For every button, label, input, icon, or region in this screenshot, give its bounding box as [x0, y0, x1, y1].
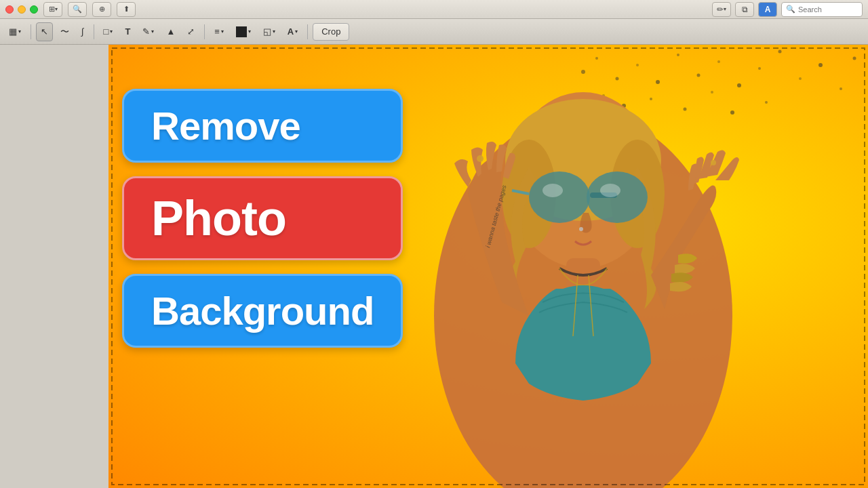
left-panel [0, 45, 108, 488]
profile-icon: A [765, 5, 771, 14]
svg-point-13 [840, 87, 842, 90]
svg-point-1 [595, 57, 598, 60]
svg-point-11 [799, 77, 802, 80]
profile-button[interactable]: A [758, 2, 777, 17]
search-box[interactable]: 🔍 [781, 2, 863, 17]
remove-label: Remove [122, 89, 403, 163]
edit-mode-button[interactable]: ✏ ▾ [712, 2, 731, 17]
svg-point-12 [818, 63, 823, 67]
zoom-in-icon: ⊕ [99, 5, 105, 14]
select-tool-button[interactable]: ▦ ▾ [4, 22, 26, 41]
toolbar-separator [31, 24, 31, 39]
titlebar: ⊞ ▾ 🔍 ⊕ ⬆ ✏ ▾ ⧉ A 🔍 [0, 0, 868, 19]
toolbar-separator [204, 24, 205, 39]
font-icon: A [288, 26, 294, 37]
maximize-button[interactable] [30, 5, 38, 14]
chevron-down-icon: ▾ [221, 28, 224, 35]
canvas-area: i wanna taste the pages Remove Photo Bac… [0, 45, 868, 488]
view-toggle-button[interactable]: ⊞ ▾ [43, 2, 62, 17]
smooth-icon: 〜 [60, 26, 69, 38]
align-button[interactable]: ≡ ▾ [210, 22, 229, 41]
toolbar-separator [307, 24, 308, 39]
opacity-button[interactable]: ◱ ▾ [258, 22, 280, 41]
grid-icon: ⊞ [49, 5, 55, 14]
stroke-color-button[interactable]: ▾ [231, 22, 256, 41]
shape-icon: □ [104, 26, 109, 37]
background-label: Background [122, 274, 403, 348]
align-icon: ≡ [214, 26, 220, 37]
close-button[interactable] [5, 5, 14, 14]
pen-tool-button[interactable]: ✎ ▾ [138, 22, 159, 41]
search-input[interactable] [798, 5, 859, 14]
svg-point-9 [758, 67, 761, 70]
select-icon: ▦ [9, 26, 17, 37]
svg-point-37 [477, 155, 484, 162]
chevron-down-icon: ▾ [248, 28, 251, 35]
window-controls [5, 5, 38, 14]
svg-point-20 [730, 110, 734, 115]
svg-point-18 [684, 108, 687, 111]
text-tool-button[interactable]: T [120, 22, 135, 41]
chevron-down-icon: ▾ [295, 28, 298, 35]
toolbar: ▦ ▾ ↖ 〜 ∫ □ ▾ T ✎ ▾ ▲ ⤢ ≡ ▾ ▾ ◱ ▾ A ▾ [0, 19, 868, 45]
svg-point-31 [542, 184, 563, 197]
arrow-tool-button[interactable]: ↖ [36, 22, 53, 41]
font-button[interactable]: A ▾ [283, 22, 302, 41]
toolbar-separator [94, 24, 94, 39]
svg-point-10 [778, 50, 782, 54]
svg-point-0 [581, 70, 585, 74]
opacity-icon: ◱ [263, 26, 271, 37]
curve-icon: ∫ [81, 26, 84, 37]
svg-point-17 [650, 98, 652, 100]
minimize-button[interactable] [18, 5, 26, 14]
svg-point-33 [579, 227, 583, 231]
svg-point-6 [697, 74, 701, 77]
svg-point-38 [711, 160, 716, 165]
copy-icon: ⧉ [742, 5, 748, 14]
search-icon: 🔍 [786, 5, 795, 14]
svg-point-5 [677, 54, 679, 56]
resize-icon: ⤢ [187, 26, 195, 37]
svg-point-14 [853, 57, 856, 60]
svg-point-32 [600, 184, 620, 197]
zoom-in-button[interactable]: ⊕ [92, 2, 111, 17]
smooth-tool-button[interactable]: 〜 [56, 22, 74, 41]
share-icon: ⬆ [123, 5, 130, 14]
pen-icon: ✎ [142, 26, 150, 37]
share-button[interactable]: ⬆ [117, 2, 136, 17]
shape-tool-button[interactable]: □ ▾ [99, 22, 118, 41]
stroke-icon [236, 26, 247, 37]
svg-point-4 [656, 80, 660, 84]
overlay-buttons: Remove Photo Background [122, 89, 403, 348]
svg-point-8 [737, 83, 741, 87]
svg-point-19 [711, 91, 713, 94]
resize-tool-button[interactable]: ⤢ [182, 22, 199, 41]
copy-button[interactable]: ⧉ [735, 2, 754, 17]
svg-point-3 [636, 64, 639, 66]
crop-label: Crop [321, 26, 340, 37]
chevron-down-icon: ▾ [110, 28, 113, 35]
photo-label: Photo [122, 176, 403, 260]
fill-tool-button[interactable]: ▲ [161, 22, 180, 41]
chevron-down-icon: ▾ [273, 28, 275, 35]
svg-point-21 [765, 101, 768, 104]
zoom-out-button[interactable]: 🔍 [68, 2, 87, 17]
crop-button[interactable]: Crop [313, 23, 349, 41]
svg-point-7 [717, 60, 720, 63]
chevron-down-icon: ▾ [151, 28, 154, 35]
titlebar-right: ✏ ▾ ⧉ A 🔍 [712, 2, 863, 17]
chevron-down-icon: ▾ [55, 6, 58, 12]
fill-icon: ▲ [166, 26, 175, 37]
svg-point-27 [529, 171, 590, 223]
chevron-down-icon: ▾ [18, 28, 21, 35]
arrow-icon: ↖ [41, 26, 48, 37]
pencil-icon: ✏ [717, 5, 724, 14]
text-icon: T [125, 26, 130, 37]
curve-tool-button[interactable]: ∫ [77, 22, 89, 41]
zoom-out-icon: 🔍 [73, 5, 82, 14]
svg-point-2 [616, 77, 619, 81]
chevron-down-icon: ▾ [724, 6, 726, 12]
photo-canvas[interactable]: i wanna taste the pages Remove Photo Bac… [108, 45, 868, 488]
